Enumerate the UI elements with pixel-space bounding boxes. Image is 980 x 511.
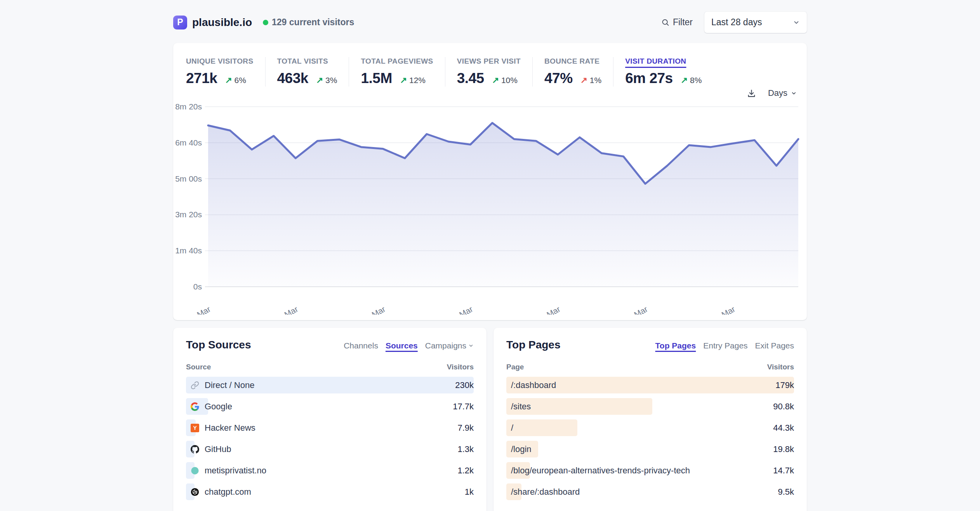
svg-text:3m 20s: 3m 20s (175, 210, 202, 219)
metric-label[interactable]: VISIT DURATION (625, 57, 702, 66)
row-label-text: /blog/european-alternatives-trends-priva… (511, 466, 690, 476)
metric-visit-duration[interactable]: VISIT DURATION6m 27s↗ 8% (613, 57, 713, 87)
top-pages-tabs: Top PagesEntry PagesExit Pages (655, 341, 794, 350)
tab-campaigns[interactable]: Campaigns (425, 341, 474, 350)
metric-label[interactable]: UNIQUE VISITORS (186, 57, 254, 66)
page-row[interactable]: /44.3k (506, 419, 794, 436)
source-row[interactable]: Direct / None230k (186, 377, 474, 393)
row-label-text: /:dashboard (511, 380, 556, 390)
row-label[interactable]: /share/:dashboard (506, 487, 580, 497)
page-row[interactable]: /blog/european-alternatives-trends-priva… (506, 462, 794, 479)
row-label[interactable]: GitHub (186, 444, 231, 454)
link-icon (191, 381, 199, 390)
metric-label[interactable]: VIEWS PER VISIT (457, 57, 521, 66)
metric-change: ↗ 12% (400, 75, 426, 85)
trend-up-arrow-icon: ↗ (681, 75, 688, 85)
chevron-down-icon (791, 90, 797, 96)
date-range-value: Last 28 days (711, 17, 762, 28)
svg-text:8 Mar: 8 Mar (277, 305, 299, 315)
date-range-select[interactable]: Last 28 days (704, 12, 807, 33)
metric-value-row: 463k↗ 3% (277, 70, 337, 87)
visit-duration-chart[interactable]: 0s1m 40s3m 20s5m 00s6m 40s8m 20s 4 Mar8 … (173, 100, 807, 315)
row-visitors: 1.2k (457, 466, 474, 476)
tab-sources[interactable]: Sources (386, 341, 418, 350)
svg-text:5m 00s: 5m 00s (175, 174, 202, 183)
source-row[interactable]: YHacker News7.9k (186, 419, 474, 436)
source-row[interactable]: chatgpt.com1k (186, 483, 474, 500)
filter-button[interactable]: Filter (661, 17, 693, 28)
metric-views-per-visit[interactable]: VIEWS PER VISIT3.45↗ 10% (445, 57, 532, 87)
download-button[interactable] (747, 88, 756, 98)
metric-total-visits[interactable]: TOTAL VISITS463k↗ 3% (265, 57, 349, 87)
row-label-text: Hacker News (205, 423, 255, 433)
column-header-page: Page (506, 363, 524, 371)
metric-value-row: 3.45↗ 10% (457, 70, 521, 87)
metric-label[interactable]: TOTAL VISITS (277, 57, 337, 66)
trend-up-arrow-icon: ↗ (580, 75, 587, 85)
row-label[interactable]: /sites (506, 402, 531, 412)
row-label[interactable]: /blog/european-alternatives-trends-priva… (506, 466, 690, 476)
trend-up-arrow-icon: ↗ (492, 75, 499, 85)
row-label[interactable]: YHacker News (186, 423, 255, 433)
metric-change: ↗ 10% (492, 75, 518, 85)
metric-value: 271k (186, 70, 217, 87)
openai-icon (191, 488, 199, 496)
top-sources-panel: Top Sources ChannelsSourcesCampaigns Sou… (173, 328, 487, 511)
interval-select[interactable]: Days (768, 88, 797, 98)
row-visitors: 230k (455, 380, 474, 390)
svg-text:4 Mar: 4 Mar (189, 305, 212, 315)
plausible-dashboard: P plausible.io 129 current visitors Filt… (173, 0, 807, 511)
metric-change: ↗ 6% (225, 75, 246, 85)
tab-channels[interactable]: Channels (344, 341, 378, 350)
breakdown-panels: Top Sources ChannelsSourcesCampaigns Sou… (173, 328, 807, 511)
tab-top-pages[interactable]: Top Pages (655, 341, 696, 350)
metric-value: 6m 27s (625, 70, 673, 87)
metric-total-pageviews[interactable]: TOTAL PAGEVIEWS1.5M↗ 12% (349, 57, 445, 87)
metric-label[interactable]: BOUNCE RATE (544, 57, 601, 66)
metric-value-row: 1.5M↗ 12% (361, 70, 433, 87)
trend-up-arrow-icon: ↗ (400, 75, 407, 85)
svg-text:8m 20s: 8m 20s (175, 102, 202, 111)
metrics-row: UNIQUE VISITORS271k↗ 6%TOTAL VISITS463k↗… (173, 57, 807, 87)
metric-value-row: 6m 27s↗ 8% (625, 70, 702, 87)
site-name: plausible.io (192, 16, 252, 29)
row-label[interactable]: chatgpt.com (186, 487, 251, 497)
metric-unique-visitors[interactable]: UNIQUE VISITORS271k↗ 6% (186, 57, 265, 87)
search-icon (661, 18, 669, 26)
row-label-text: /sites (511, 402, 531, 412)
metric-bounce-rate[interactable]: BOUNCE RATE47%↗ 1% (532, 57, 613, 87)
metric-label[interactable]: TOTAL PAGEVIEWS (361, 57, 433, 66)
row-label-text: / (511, 423, 513, 433)
page-row[interactable]: /sites90.8k (506, 398, 794, 415)
row-label[interactable]: Direct / None (186, 380, 254, 390)
site-switcher[interactable]: P plausible.io (173, 16, 252, 29)
row-label[interactable]: /:dashboard (506, 380, 556, 390)
source-row[interactable]: Google17.7k (186, 398, 474, 415)
trend-up-arrow-icon: ↗ (316, 75, 323, 85)
row-label[interactable]: / (506, 423, 513, 433)
row-visitors: 17.7k (453, 402, 474, 412)
tab-entry-pages[interactable]: Entry Pages (703, 341, 747, 350)
chart-controls: Days (173, 88, 797, 98)
svg-text:1m 40s: 1m 40s (175, 246, 202, 255)
svg-text:20 Mar: 20 Mar (535, 305, 562, 315)
github-icon (191, 445, 199, 454)
row-label[interactable]: metisprivatist.no (186, 466, 266, 476)
source-row[interactable]: GitHub1.3k (186, 441, 474, 457)
plausible-logo-icon: P (173, 16, 187, 29)
page-row[interactable]: /:dashboard179k (506, 377, 794, 393)
tab-exit-pages[interactable]: Exit Pages (755, 341, 794, 350)
live-dot-icon (263, 20, 268, 25)
row-label[interactable]: /login (506, 444, 532, 454)
top-pages-panel: Top Pages Top PagesEntry PagesExit Pages… (493, 328, 807, 511)
page-row[interactable]: /share/:dashboard9.5k (506, 483, 794, 500)
current-visitors[interactable]: 129 current visitors (263, 17, 354, 28)
top-sources-tabs: ChannelsSourcesCampaigns (344, 341, 474, 350)
top-bar: P plausible.io 129 current visitors Filt… (173, 0, 807, 33)
teal-dot-icon (191, 466, 199, 475)
metric-value-row: 47%↗ 1% (544, 70, 601, 87)
source-row[interactable]: metisprivatist.no1.2k (186, 462, 474, 479)
top-sources-list: Direct / None230kGoogle17.7kYHacker News… (186, 377, 474, 500)
page-row[interactable]: /login19.8k (506, 441, 794, 457)
row-label[interactable]: Google (186, 402, 232, 412)
